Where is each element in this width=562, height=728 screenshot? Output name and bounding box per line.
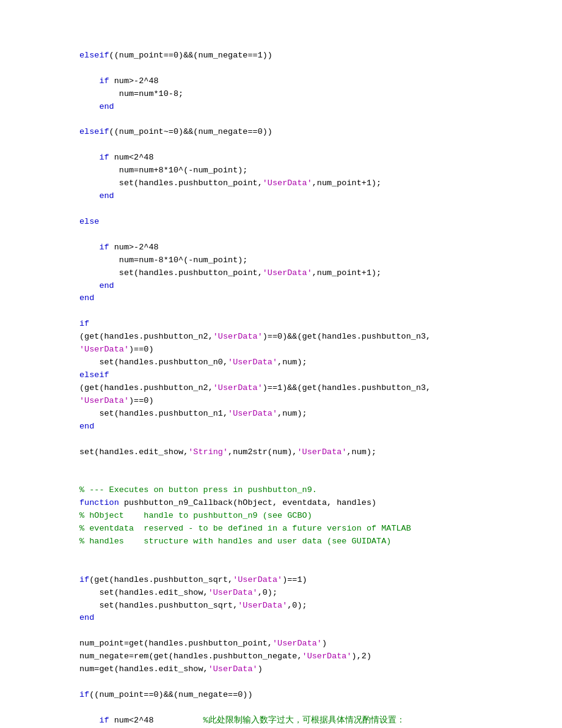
code-line: else bbox=[79, 217, 99, 226]
code-line: if num>-2^48 num=num*10-8; end bbox=[79, 76, 183, 111]
code-line: if(get(handles.pushbutton_sqrt,'UserData… bbox=[79, 575, 307, 623]
code-line: if num<2^48 num=num+8*10^(-num_point); s… bbox=[79, 153, 381, 200]
code-line: if num>-2^48 num=num-8*10^(-num_point); … bbox=[79, 243, 381, 303]
code-line: num_point=get(handles.pushbutton_point,'… bbox=[79, 639, 371, 674]
code-line: if (get(handles.pushbutton_n2,'UserData'… bbox=[79, 319, 431, 430]
code-line: elseif((num_point==0)&&(num_negate==1)) bbox=[79, 51, 272, 60]
code-line: if((num_point==0)&&(num_negate==0)) bbox=[79, 690, 253, 699]
code-line: elseif((num_point~=0)&&(num_negate==0)) bbox=[79, 127, 272, 136]
code-line: % --- Executes on button press in pushbu… bbox=[79, 485, 411, 546]
code-line: set(handles.edit_show,'String',num2str(n… bbox=[79, 447, 376, 457]
code-line: if num<2^48 %此处限制输入数字过大，可根据具体情况酌情设置： num… bbox=[79, 716, 405, 728]
code-editor: elseif((num_point==0)&&(num_negate==1)) … bbox=[0, 0, 562, 728]
